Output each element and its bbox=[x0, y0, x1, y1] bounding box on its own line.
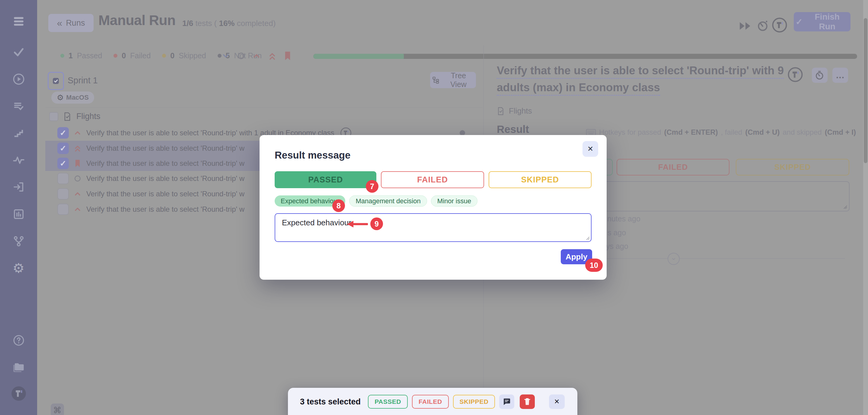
apply-label: Apply bbox=[566, 252, 587, 261]
annotation-badge-10: 10 bbox=[585, 259, 603, 272]
modal-skipped-button[interactable]: SKIPPED bbox=[489, 171, 592, 188]
bulk-delete-button[interactable] bbox=[520, 394, 535, 409]
tag-label: Management decision bbox=[355, 197, 421, 205]
selected-count-text: 3 tests selected bbox=[300, 397, 361, 407]
modal-passed-label: PASSED bbox=[308, 175, 343, 184]
trash-icon bbox=[523, 397, 531, 406]
modal-failed-label: FAILED bbox=[417, 175, 448, 184]
modal-close-button[interactable]: ✕ bbox=[583, 141, 598, 157]
tag-label: Expected behaviour bbox=[281, 197, 339, 205]
annotation-badge-9: 9 bbox=[370, 217, 383, 230]
bulk-passed-button[interactable]: PASSED bbox=[368, 395, 408, 409]
modal-failed-button[interactable]: FAILED bbox=[381, 171, 484, 188]
tag-minor-issue[interactable]: Minor issue bbox=[431, 196, 477, 207]
bulk-comment-button[interactable] bbox=[499, 394, 514, 409]
tag-management-decision[interactable]: Management decision bbox=[349, 196, 427, 207]
bulk-actions-bar: 3 tests selected PASSED FAILED SKIPPED ✕ bbox=[288, 388, 577, 415]
annotation-badge-7: 7 bbox=[366, 180, 378, 193]
annotation-arrow-icon bbox=[346, 219, 368, 229]
bulk-skipped-label: SKIPPED bbox=[460, 398, 489, 405]
bulk-passed-label: PASSED bbox=[375, 398, 401, 405]
bulk-skipped-button[interactable]: SKIPPED bbox=[453, 395, 495, 409]
tag-label: Minor issue bbox=[437, 197, 471, 205]
result-message-textarea[interactable]: Expected behaviour bbox=[275, 213, 592, 242]
result-message-modal: Result message ✕ PASSED FAILED SKIPPED E… bbox=[259, 135, 607, 280]
modal-message-tags: Expected behaviour Management decision M… bbox=[275, 196, 477, 207]
comment-icon bbox=[502, 397, 511, 406]
close-icon: ✕ bbox=[587, 145, 593, 153]
bulk-failed-button[interactable]: FAILED bbox=[412, 395, 449, 409]
annotation-badge-8: 8 bbox=[332, 199, 345, 212]
modal-title: Result message bbox=[275, 149, 350, 161]
modal-passed-button[interactable]: PASSED bbox=[275, 171, 376, 188]
app-window: ⚙ « Runs Manual Run 1/6 tests ( 16% comp… bbox=[0, 0, 868, 415]
bulk-close-button[interactable]: ✕ bbox=[549, 394, 565, 409]
modal-skipped-label: SKIPPED bbox=[521, 175, 559, 184]
bulk-failed-label: FAILED bbox=[418, 398, 442, 405]
close-icon: ✕ bbox=[554, 398, 560, 406]
modal-status-buttons: PASSED FAILED SKIPPED bbox=[275, 171, 592, 188]
